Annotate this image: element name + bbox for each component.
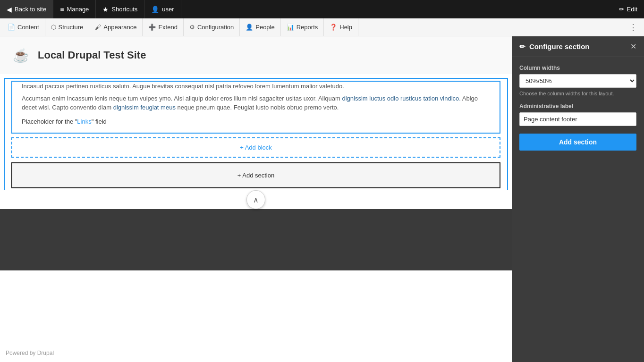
content-icon: 📄	[8, 24, 15, 31]
body-para-1: Incasud paccus pertineo rusticus saluto.…	[22, 82, 490, 91]
right-panel: ✏ Configure section ✕ Column widths 50%/…	[512, 36, 644, 362]
main-layout: ☕ Local Drupal Test Site Incasud paccus …	[0, 36, 644, 362]
manage-button[interactable]: ≡ Manage	[53, 0, 96, 18]
user-icon: 👤	[151, 6, 159, 13]
column-widths-select-wrapper[interactable]: 50%/50% 33%/67% 67%/33% 25%/75% 75%/25%	[519, 74, 636, 88]
secondary-nav: 📄 Content ⬡ Structure 🖌 Appearance ➕ Ext…	[0, 18, 644, 36]
add-section-panel-button[interactable]: Add section	[519, 134, 636, 151]
section-container: Incasud paccus pertineo rusticus saluto.…	[4, 78, 508, 196]
footer-area: ∧	[0, 190, 512, 270]
nav-item-appearance[interactable]: 🖌 Appearance	[89, 18, 143, 36]
menu-icon: ≡	[60, 6, 64, 13]
content-area: ☕ Local Drupal Test Site Incasud paccus …	[0, 36, 512, 362]
appearance-icon: 🖌	[95, 24, 101, 31]
site-title: Local Drupal Test Site	[38, 49, 146, 61]
body-para-2: Accumsan enim incassum lenis neque tum v…	[22, 94, 490, 112]
panel-body: Column widths 50%/50% 33%/67% 67%/33% 25…	[512, 57, 644, 158]
pencil-icon: ✏	[619, 6, 624, 13]
back-arrow-icon: ◀	[7, 6, 12, 13]
people-icon: 👤	[246, 24, 253, 31]
edit-button[interactable]: ✏ Edit	[612, 0, 644, 18]
shortcuts-button[interactable]: ★ Shortcuts	[96, 0, 144, 18]
configuration-icon: ⚙	[189, 24, 195, 31]
add-section-box-main[interactable]: + Add section	[11, 162, 500, 188]
configure-pencil-icon: ✏	[519, 42, 525, 51]
nav-more-button[interactable]: ⋮	[624, 22, 642, 33]
column-widths-hint: Choose the column widths for this layout…	[519, 91, 636, 96]
page-footer	[0, 209, 512, 270]
add-block-zone[interactable]: + Add block	[11, 137, 500, 158]
admin-label-input[interactable]	[519, 112, 636, 126]
links-placeholder: Placeholder for the "Links" field	[22, 115, 490, 128]
panel-close-button[interactable]: ✕	[630, 42, 636, 51]
panel-header: ✏ Configure section ✕	[512, 36, 644, 57]
nav-item-structure[interactable]: ⬡ Structure	[45, 18, 90, 36]
nav-item-configuration[interactable]: ⚙ Configuration	[184, 18, 240, 36]
nav-item-help[interactable]: ❓ Help	[324, 18, 358, 36]
nav-item-people[interactable]: 👤 People	[240, 18, 280, 36]
site-logo: ☕	[9, 44, 32, 67]
reports-icon: 📊	[287, 24, 294, 31]
nav-item-content[interactable]: 📄 Content	[2, 18, 45, 36]
site-header: ☕ Local Drupal Test Site	[0, 36, 512, 74]
user-button[interactable]: 👤 user	[144, 0, 181, 18]
nav-item-extend[interactable]: ➕ Extend	[143, 18, 183, 36]
nav-item-reports[interactable]: 📊 Reports	[281, 18, 324, 36]
help-icon: ❓	[330, 24, 337, 31]
extend-icon: ➕	[148, 24, 156, 31]
body-text-area: Incasud paccus pertineo rusticus saluto.…	[11, 81, 500, 134]
chevron-up-icon: ∧	[253, 195, 259, 204]
powered-by: Powered by Drupal	[6, 350, 54, 356]
column-widths-label: Column widths	[519, 65, 636, 71]
admin-label-label: Administrative label	[519, 103, 636, 109]
scroll-up-button[interactable]: ∧	[246, 190, 265, 209]
admin-bar: ◀ Back to site ≡ Manage ★ Shortcuts 👤 us…	[0, 0, 644, 18]
back-to-site-button[interactable]: ◀ Back to site	[0, 0, 53, 18]
column-widths-select[interactable]: 50%/50% 33%/67% 67%/33% 25%/75% 75%/25%	[520, 75, 636, 87]
star-icon: ★	[102, 6, 109, 13]
panel-title: ✏ Configure section	[519, 42, 590, 51]
structure-icon: ⬡	[51, 24, 56, 31]
